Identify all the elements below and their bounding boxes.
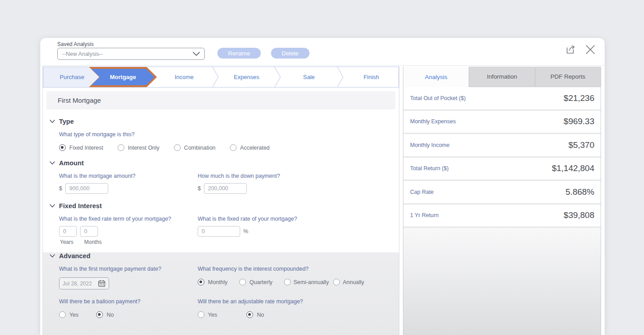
radio-label: Monthly [208, 279, 228, 285]
radio-accelerated[interactable]: Accelerated [230, 144, 270, 151]
radio-label: Yes [69, 312, 78, 318]
percent-suffix: % [243, 228, 248, 234]
stat-row-monthly-expenses: Monthly Expenses $969.33 [403, 111, 601, 134]
collapse-chevron-icon [50, 120, 55, 123]
stat-label: Cap Rate [410, 189, 434, 195]
share-icon [565, 44, 576, 55]
tab-separator-chevron-icon [212, 67, 220, 87]
radio-circle [246, 311, 253, 318]
section-type-header[interactable]: Type [50, 118, 399, 125]
mortgage-form-column: Purchase Mortgage Income Expenses Sale F… [42, 67, 399, 335]
type-radio-group: Fixed Interest Interest Only Combination [59, 144, 399, 151]
tab-analysis[interactable]: Analysis [403, 67, 469, 87]
tab-mortgage-label: Mortgage [91, 69, 155, 85]
section-title: Advanced [59, 252, 90, 260]
tab-sale[interactable]: Sale [282, 67, 336, 87]
arm-question: Will there be an adjustable rate mortgag… [198, 298, 399, 305]
top-bar: Saved Analysis --New Analysis-- Rename D… [40, 38, 605, 66]
tab-separator-chevron-icon [336, 67, 344, 87]
mortgage-form: First Mortgage Type What type of mortgag… [43, 88, 399, 335]
mortgage-amount-question: What is the mortgage amount? [59, 173, 198, 179]
section-amount-header[interactable]: Amount [50, 159, 399, 167]
radio-label: No [106, 312, 114, 318]
tab-separator-chevron-icon [274, 67, 282, 87]
analysis-panel-tabs: Analysis Information PDF Reports [403, 67, 601, 87]
radio-annually[interactable]: Annually [333, 279, 364, 285]
radio-fixed-interest[interactable]: Fixed Interest [59, 144, 103, 151]
chevron-down-icon [193, 52, 200, 56]
radio-combination[interactable]: Combination [174, 144, 216, 151]
stat-value: $39,808 [564, 210, 594, 220]
radio-circle [59, 311, 66, 318]
section-amount: Amount What is the mortgage amount? $ Ho… [43, 159, 399, 194]
tab-finish[interactable]: Finish [344, 67, 399, 87]
radio-circle [198, 279, 204, 285]
mortgage-amount-input[interactable] [65, 183, 108, 194]
radio-label: Semi-annually [293, 279, 329, 285]
stat-value: $969.33 [564, 117, 594, 126]
stat-label: Monthly Expenses [410, 118, 456, 125]
main-area: Purchase Mortgage Income Expenses Sale F… [40, 66, 605, 335]
delete-button[interactable]: Delete [271, 48, 309, 59]
section-fixed-interest-header[interactable]: Fixed Interest [50, 202, 399, 209]
radio-label: Accelerated [240, 145, 270, 151]
tab-pdf-reports[interactable]: PDF Reports [535, 67, 601, 87]
dollar-prefix: $ [59, 185, 62, 192]
stat-row-total-return: Total Return ($) $1,142,804 [403, 158, 601, 181]
payment-date-input[interactable]: Jul 28, 2022 [59, 277, 109, 289]
fixed-rate-input[interactable] [198, 226, 240, 237]
tab-income[interactable]: Income [157, 67, 212, 87]
radio-semi-annually[interactable]: Semi-annually [284, 279, 329, 285]
radio-circle [59, 144, 66, 151]
stat-value: 5.868% [566, 187, 594, 197]
form-title: First Mortgage [47, 91, 395, 109]
close-button[interactable] [581, 41, 599, 59]
tab-information[interactable]: Information [469, 67, 534, 87]
collapse-chevron-icon [50, 204, 55, 208]
tab-purchase[interactable]: Purchase [43, 67, 101, 87]
selected-analysis-value: --New Analysis-- [62, 51, 193, 57]
analysis-modal: Saved Analysis --New Analysis-- Rename D… [40, 38, 605, 335]
tab-expenses[interactable]: Expenses [220, 67, 274, 87]
stat-value: $1,142,804 [552, 163, 594, 173]
frequency-radio-group: Monthly Quarterly Semi-annually [198, 279, 399, 285]
radio-label: Fixed Interest [69, 145, 103, 151]
balloon-radio-group: Yes No [59, 311, 198, 318]
radio-monthly[interactable]: Monthly [198, 279, 228, 285]
term-months-input[interactable] [80, 226, 98, 237]
rename-button[interactable]: Rename [217, 48, 261, 59]
stat-row-cap-rate: Cap Rate 5.868% [403, 181, 601, 205]
collapse-chevron-icon [50, 254, 55, 258]
radio-circle [174, 144, 181, 151]
dollar-prefix: $ [198, 185, 201, 192]
radio-interest-only[interactable]: Interest Only [118, 144, 160, 151]
stat-value: $5,370 [568, 140, 594, 150]
stat-label: Monthly Income [410, 142, 449, 148]
radio-balloon-no[interactable]: No [96, 311, 114, 318]
stat-label: Total Out of Pocket ($) [410, 95, 466, 101]
term-years-input[interactable] [59, 226, 77, 237]
down-payment-input[interactable] [204, 183, 247, 194]
frequency-question: What frequency is the interest compounde… [198, 266, 399, 272]
radio-circle [239, 279, 246, 285]
radio-quarterly[interactable]: Quarterly [239, 279, 272, 285]
months-label: Months [84, 239, 102, 245]
radio-balloon-yes[interactable]: Yes [59, 311, 78, 318]
radio-arm-no[interactable]: No [246, 311, 264, 318]
wizard-tab-bar: Purchase Mortgage Income Expenses Sale F… [43, 67, 399, 88]
payment-date-question: What is the first mortgage payment date? [59, 266, 198, 272]
fixed-term-question: What is the fixed rate term of your mort… [59, 216, 198, 222]
calendar-icon [98, 280, 106, 287]
type-question: What type of mortgage is this? [59, 131, 399, 138]
section-advanced-header[interactable]: Advanced [50, 252, 399, 260]
share-button[interactable] [562, 41, 580, 59]
section-title: Amount [59, 159, 84, 167]
section-advanced: Advanced What is the first mortgage paym… [43, 252, 399, 335]
stat-row-monthly-income: Monthly Income $5,370 [403, 134, 601, 158]
arm-radio-group: Yes No [198, 311, 399, 318]
down-payment-question: How much is the down payment? [198, 173, 399, 179]
radio-label: No [257, 312, 264, 318]
saved-analysis-select[interactable]: --New Analysis-- [57, 48, 205, 60]
radio-arm-yes[interactable]: Yes [198, 311, 217, 318]
panel-empty-area [403, 228, 601, 335]
